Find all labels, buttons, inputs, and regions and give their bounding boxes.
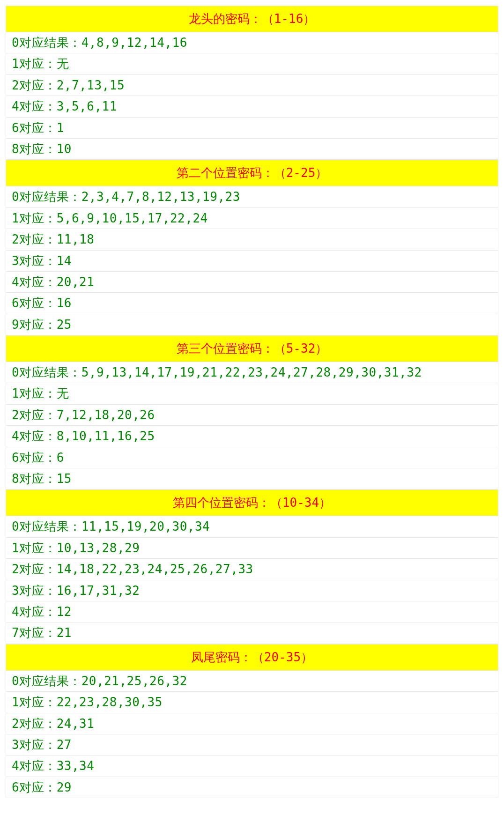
section-2: 第二个位置密码：（2-25） 0对应结果：2,3,4,7,8,12,13,19,…	[6, 160, 498, 335]
data-row: 0对应结果：20,21,25,26,32	[6, 671, 498, 692]
data-row: 8对应：10	[6, 139, 498, 160]
data-row: 0对应结果：4,8,9,12,14,16	[6, 32, 498, 53]
data-row: 1对应：5,6,9,10,15,17,22,24	[6, 208, 498, 229]
data-row: 3对应：16,17,31,32	[6, 580, 498, 601]
data-row: 7对应：21	[6, 622, 498, 644]
section-1: 龙头的密码：（1-16） 0对应结果：4,8,9,12,14,16 1对应：无 …	[6, 6, 498, 160]
section-header-3: 第三个位置密码：（5-32）	[6, 335, 498, 362]
data-row: 1对应：无	[6, 383, 498, 404]
data-row: 1对应：10,13,28,29	[6, 538, 498, 559]
data-row: 1对应：22,23,28,30,35	[6, 692, 498, 713]
data-row: 6对应：6	[6, 447, 498, 468]
data-row: 2对应：7,12,18,20,26	[6, 405, 498, 426]
data-row: 0对应结果：11,15,19,20,30,34	[6, 516, 498, 537]
lottery-code-container: 龙头的密码：（1-16） 0对应结果：4,8,9,12,14,16 1对应：无 …	[6, 6, 498, 798]
data-row: 2对应：2,7,13,15	[6, 75, 498, 96]
data-row: 8对应：15	[6, 468, 498, 489]
data-row: 0对应结果：5,9,13,14,17,19,21,22,23,24,27,28,…	[6, 362, 498, 383]
data-row: 4对应：20,21	[6, 272, 498, 293]
data-row: 6对应：1	[6, 118, 498, 139]
data-row: 2对应：14,18,22,23,24,25,26,27,33	[6, 559, 498, 580]
section-header-4: 第四个位置密码：（10-34）	[6, 489, 498, 516]
data-row: 3对应：27	[6, 734, 498, 755]
data-row: 3对应：14	[6, 251, 498, 272]
data-row: 6对应：29	[6, 777, 498, 798]
section-header-5: 凤尾密码：（20-35）	[6, 644, 498, 671]
data-row: 2对应：11,18	[6, 229, 498, 250]
data-row: 4对应：3,5,6,11	[6, 96, 498, 117]
data-row: 4对应：33,34	[6, 755, 498, 777]
section-4: 第四个位置密码：（10-34） 0对应结果：11,15,19,20,30,34 …	[6, 489, 498, 644]
section-3: 第三个位置密码：（5-32） 0对应结果：5,9,13,14,17,19,21,…	[6, 335, 498, 489]
data-row: 4对应：12	[6, 601, 498, 622]
data-row: 0对应结果：2,3,4,7,8,12,13,19,23	[6, 186, 498, 207]
data-row: 9对应：25	[6, 314, 498, 335]
section-header-1: 龙头的密码：（1-16）	[6, 6, 498, 32]
section-header-2: 第二个位置密码：（2-25）	[6, 160, 498, 186]
data-row: 4对应：8,10,11,16,25	[6, 426, 498, 447]
section-5: 凤尾密码：（20-35） 0对应结果：20,21,25,26,32 1对应：22…	[6, 644, 498, 798]
data-row: 2对应：24,31	[6, 713, 498, 734]
data-row: 1对应：无	[6, 53, 498, 74]
data-row: 6对应：16	[6, 293, 498, 314]
